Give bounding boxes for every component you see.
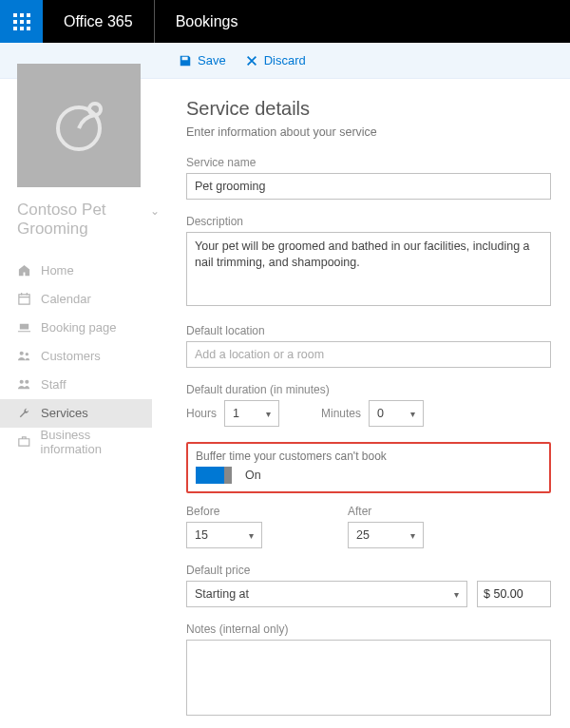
laptop-icon xyxy=(17,320,31,335)
buffer-toggle-state: On xyxy=(245,469,261,482)
buffer-time-label: Buffer time your customers can't book xyxy=(196,450,542,463)
sidebar-item-business-info[interactable]: Business information xyxy=(0,428,152,456)
description-label: Description xyxy=(186,215,551,228)
save-icon xyxy=(179,54,192,67)
svg-rect-6 xyxy=(13,27,17,30)
buffer-after-value: 25 xyxy=(356,528,370,542)
buffer-after-select[interactable]: 25 ▾ xyxy=(348,522,424,548)
save-label: Save xyxy=(198,53,226,67)
sidebar-item-label: Business information xyxy=(41,428,152,456)
price-amount: 50.00 xyxy=(493,587,522,601)
svg-point-13 xyxy=(20,380,24,384)
logo-icon xyxy=(46,92,112,159)
notes-textarea[interactable] xyxy=(186,640,551,716)
hours-value: 1 xyxy=(233,407,239,420)
description-textarea[interactable] xyxy=(186,232,551,306)
caret-down-icon: ▾ xyxy=(410,530,415,541)
page-title: Service details xyxy=(186,98,551,120)
business-logo xyxy=(17,64,141,187)
sidebar-item-label: Home xyxy=(41,263,74,278)
minutes-label: Minutes xyxy=(321,407,361,420)
hours-select[interactable]: 1 ▾ xyxy=(224,400,279,427)
sidebar-item-staff[interactable]: Staff xyxy=(0,371,152,399)
discard-label: Discard xyxy=(264,53,306,67)
caret-down-icon: ▾ xyxy=(410,409,415,419)
price-amount-input[interactable]: $ 50.00 xyxy=(477,581,551,607)
svg-rect-8 xyxy=(27,27,30,30)
app-name-label: Bookings xyxy=(155,0,259,43)
page-subtitle: Enter information about your service xyxy=(186,125,551,139)
sidebar-item-label: Booking page xyxy=(41,320,117,335)
wrench-icon xyxy=(17,406,31,420)
app-launcher-button[interactable] xyxy=(0,0,43,43)
default-price-label: Default price xyxy=(186,564,551,577)
caret-down-icon: ▾ xyxy=(266,409,271,419)
price-type-select[interactable]: Starting at ▾ xyxy=(186,581,467,607)
svg-point-11 xyxy=(20,352,24,355)
buffer-toggle[interactable] xyxy=(196,467,238,484)
sidebar-item-label: Customers xyxy=(41,349,101,363)
svg-rect-1 xyxy=(20,13,24,17)
business-name-dropdown[interactable]: Contoso Pet Grooming ⌄ xyxy=(17,201,160,239)
caret-down-icon: ▾ xyxy=(249,530,254,541)
home-icon xyxy=(17,263,31,278)
minutes-select[interactable]: 0 ▾ xyxy=(369,400,424,427)
service-name-label: Service name xyxy=(186,156,551,169)
top-header: Office 365 Bookings xyxy=(0,0,570,43)
buffer-after-label: After xyxy=(348,505,452,518)
discard-button[interactable]: Discard xyxy=(245,53,306,67)
main-content: Service details Enter information about … xyxy=(169,79,570,728)
default-location-input[interactable] xyxy=(186,341,551,368)
minutes-value: 0 xyxy=(377,407,384,420)
svg-point-14 xyxy=(25,380,28,384)
default-location-label: Default location xyxy=(186,324,551,337)
close-icon xyxy=(245,54,258,67)
sidebar-item-booking-page[interactable]: Booking page xyxy=(0,314,152,342)
staff-icon xyxy=(17,377,31,392)
buffer-before-select[interactable]: 15 ▾ xyxy=(186,522,262,548)
brand-label[interactable]: Office 365 xyxy=(43,0,155,43)
chevron-down-icon: ⌄ xyxy=(150,204,160,218)
sidebar-item-label: Staff xyxy=(41,377,66,392)
waffle-icon xyxy=(13,13,30,30)
buffer-time-section: Buffer time your customers can't book On xyxy=(186,442,551,493)
svg-rect-4 xyxy=(20,20,24,24)
sidebar-item-customers[interactable]: Customers xyxy=(0,342,152,371)
briefcase-icon xyxy=(17,434,31,449)
sidebar-item-home[interactable]: Home xyxy=(0,257,152,285)
service-name-input[interactable] xyxy=(186,173,551,200)
svg-rect-2 xyxy=(27,13,30,17)
business-name-label: Contoso Pet Grooming xyxy=(17,201,150,239)
svg-rect-0 xyxy=(13,13,17,17)
calendar-icon xyxy=(17,292,31,306)
sidebar: Contoso Pet Grooming ⌄ Home Calendar Boo… xyxy=(0,79,169,728)
currency-symbol: $ xyxy=(484,587,490,601)
hours-label: Hours xyxy=(186,407,217,420)
buffer-before-label: Before xyxy=(186,505,291,518)
people-icon xyxy=(17,349,31,363)
notes-label: Notes (internal only) xyxy=(186,623,551,636)
sidebar-item-services[interactable]: Services xyxy=(0,399,152,428)
sidebar-item-calendar[interactable]: Calendar xyxy=(0,285,152,314)
sidebar-item-label: Services xyxy=(41,406,88,420)
svg-rect-5 xyxy=(27,20,30,24)
svg-rect-7 xyxy=(20,27,24,30)
svg-point-12 xyxy=(26,353,28,355)
save-button[interactable]: Save xyxy=(179,53,226,67)
svg-rect-3 xyxy=(13,20,17,24)
caret-down-icon: ▾ xyxy=(454,589,459,600)
default-duration-label: Default duration (in minutes) xyxy=(186,383,551,396)
buffer-before-value: 15 xyxy=(195,528,208,542)
sidebar-item-label: Calendar xyxy=(41,292,91,306)
svg-point-10 xyxy=(89,104,101,115)
price-type-value: Starting at xyxy=(195,587,249,601)
